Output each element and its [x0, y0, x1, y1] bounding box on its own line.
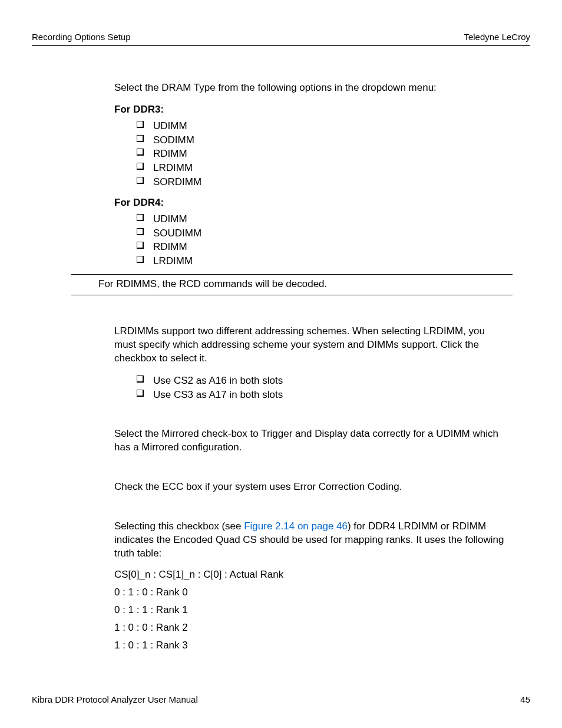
lrdimm-paragraph: LRDIMMs support two different addressing…	[114, 325, 507, 365]
square-bullet-icon	[137, 149, 143, 155]
list-item-label: Use CS3 as A17 in both slots	[153, 389, 283, 400]
list-item: Use CS2 as A16 in both slots	[137, 374, 507, 388]
list-item: UDIMM	[137, 119, 507, 133]
truth-table-row: 1 : 0 : 0 : Rank 2	[114, 622, 507, 634]
ddr4-list: UDIMM SOUDIMM RDIMM LRDIMM	[114, 212, 507, 268]
square-bullet-icon	[137, 375, 143, 382]
list-item-label: RDIMM	[153, 241, 187, 252]
list-item-label: RDIMM	[153, 148, 187, 159]
list-item: RDIMM	[137, 147, 507, 161]
list-item: Use CS3 as A17 in both slots	[137, 388, 507, 402]
list-item-label: SOUDIMM	[153, 228, 201, 239]
list-item-label: UDIMM	[153, 120, 187, 131]
intro-paragraph: Select the DRAM Type from the following …	[114, 81, 507, 95]
mirrored-paragraph: Select the Mirrored check-box to Trigger…	[114, 427, 507, 454]
truth-table-row: 0 : 1 : 0 : Rank 0	[114, 587, 507, 598]
quadcs-paragraph: Selecting this checkbox (see Figure 2.14…	[114, 520, 507, 561]
square-bullet-icon	[137, 163, 143, 169]
header-section-title: Recording Options Setup	[32, 32, 131, 42]
truth-table-row: 0 : 1 : 1 : Rank 1	[114, 604, 507, 616]
square-bullet-icon	[137, 242, 143, 248]
footer-manual-title: Kibra DDR Protocol Analyzer User Manual	[32, 694, 198, 704]
list-item: UDIMM	[137, 212, 507, 226]
ecc-paragraph: Check the ECC box if your system uses Er…	[114, 480, 507, 494]
ddr3-heading: For DDR3:	[114, 103, 507, 117]
header-company: Teledyne LeCroy	[464, 32, 530, 42]
square-bullet-icon	[137, 390, 143, 396]
square-bullet-icon	[137, 228, 143, 235]
square-bullet-icon	[137, 121, 143, 127]
page-header: Recording Options Setup Teledyne LeCroy	[32, 32, 530, 46]
list-item: LRDIMM	[137, 161, 507, 175]
list-item-label: LRDIMM	[153, 162, 193, 173]
note-text: For RDIMMS, the RCD commands will be dec…	[98, 278, 327, 289]
page-content: Select the DRAM Type from the following …	[32, 81, 530, 683]
figure-cross-reference-link[interactable]: Figure 2.14 on page 46	[244, 521, 348, 532]
square-bullet-icon	[137, 135, 143, 141]
footer-page-number: 45	[520, 694, 530, 704]
square-bullet-icon	[137, 256, 143, 262]
square-bullet-icon	[137, 177, 143, 183]
ddr3-list: UDIMM SODIMM RDIMM LRDIMM SORDIMM	[114, 119, 507, 189]
list-item: LRDIMM	[137, 254, 507, 268]
note-box: For RDIMMS, the RCD commands will be dec…	[71, 274, 513, 295]
list-item: SORDIMM	[137, 175, 507, 189]
truth-table-header: CS[0]_n : CS[1]_n : C[0] : Actual Rank	[114, 569, 507, 581]
page-footer: Kibra DDR Protocol Analyzer User Manual …	[32, 683, 530, 704]
list-item: SOUDIMM	[137, 226, 507, 241]
list-item-label: Use CS2 as A16 in both slots	[153, 375, 283, 386]
list-item-label: UDIMM	[153, 213, 187, 225]
lrdimm-options-list: Use CS2 as A16 in both slots Use CS3 as …	[114, 374, 507, 402]
list-item: SODIMM	[137, 133, 507, 147]
list-item-label: LRDIMM	[153, 255, 193, 266]
truth-table-row: 1 : 0 : 1 : Rank 3	[114, 640, 507, 651]
square-bullet-icon	[137, 214, 143, 220]
ddr4-heading: For DDR4:	[114, 196, 507, 210]
list-item-label: SODIMM	[153, 134, 194, 146]
quadcs-pre: Selecting this checkbox (see	[114, 521, 244, 532]
list-item-label: SORDIMM	[153, 176, 201, 187]
list-item: RDIMM	[137, 240, 507, 254]
